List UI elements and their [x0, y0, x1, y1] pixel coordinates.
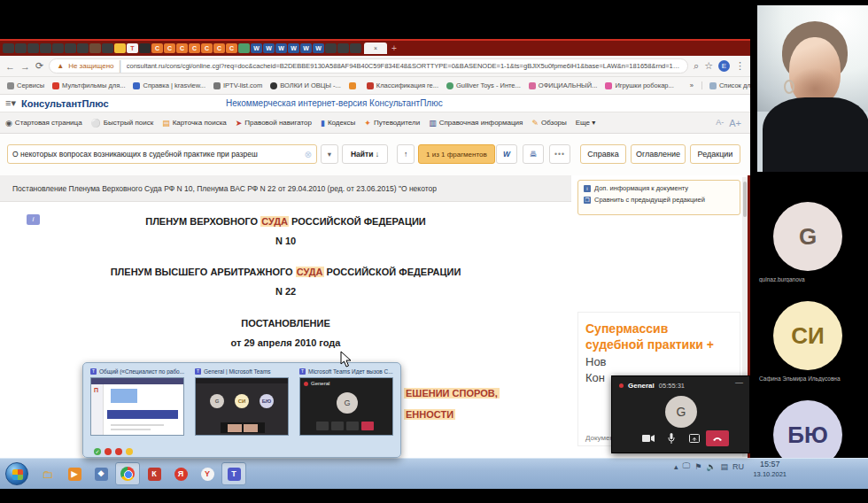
new-tab-button[interactable]: +	[391, 43, 397, 53]
bookmark-item[interactable]: IPTV-list.com	[213, 81, 262, 89]
bookmark-item[interactable]: ВОЛКИ И ОВЦЫ -...	[270, 81, 341, 89]
taskbar-photo-app[interactable]: ❖	[89, 462, 113, 485]
browser-tab-favicon[interactable]: C	[226, 43, 237, 53]
toolbar-guides[interactable]: ✦Путеводители	[364, 119, 420, 128]
camera-button[interactable]	[637, 430, 660, 446]
browser-tab-favicon[interactable]	[325, 43, 337, 53]
teams-window-preview-3[interactable]: TMicrosoft Teams Идет вызов C... General…	[299, 368, 397, 436]
minimize-call-icon[interactable]: —	[735, 378, 743, 387]
browser-tab-favicon[interactable]: T	[127, 43, 138, 53]
browser-tab-favicon[interactable]: C	[164, 43, 175, 53]
browser-tab-favicon[interactable]	[65, 43, 76, 53]
browser-tab-favicon[interactable]: W	[251, 43, 262, 53]
share-screen-button[interactable]	[683, 430, 706, 446]
browser-tab-favicon[interactable]: W	[300, 43, 312, 53]
export-word-button[interactable]: W	[496, 144, 517, 164]
browser-tab-favicon[interactable]	[52, 43, 64, 53]
bookmark-item[interactable]	[349, 82, 359, 89]
search-input[interactable]	[12, 150, 305, 159]
bookmark-item[interactable]: Мультфильмы для...	[52, 81, 125, 89]
search-box[interactable]: ⊗	[7, 144, 317, 164]
taskbar-red-app[interactable]: К	[142, 462, 167, 485]
bookmark-item[interactable]: Справка | krasview...	[133, 81, 205, 89]
clear-search-icon[interactable]: ⊗	[305, 150, 312, 159]
tray-flag-icon[interactable]: ⚑	[694, 462, 701, 471]
font-bigger-button[interactable]: А+	[729, 118, 741, 128]
profile-avatar[interactable]: Е	[718, 60, 730, 72]
more-actions-button[interactable]: •••	[549, 144, 570, 164]
taskbar-explorer[interactable]: 🗀	[35, 462, 60, 485]
browser-tab-favicon[interactable]	[139, 43, 151, 53]
tray-expand-icon[interactable]: ▴	[674, 462, 678, 471]
taskbar-chrome[interactable]	[115, 462, 140, 485]
bookmarks-overflow-chevron[interactable]: »	[690, 81, 694, 89]
contents-tab-button[interactable]: Оглавление	[631, 144, 686, 164]
editions-tab-button[interactable]: Редакции	[690, 144, 740, 164]
teams-mini-call-window[interactable]: General 05:55:31 — G	[611, 375, 750, 453]
browser-tab-favicon[interactable]: C	[189, 43, 200, 53]
browser-tab-favicon[interactable]	[40, 43, 51, 53]
browser-tab-favicon[interactable]	[350, 43, 361, 53]
browser-tab-favicon[interactable]	[15, 43, 27, 53]
tray-volume-icon[interactable]: 🔈	[706, 462, 716, 471]
browser-tab-favicon[interactable]: W	[313, 43, 324, 53]
taskbar-yandex[interactable]: Y	[195, 462, 220, 485]
address-bar[interactable]: ▲ Не защищено | consultant.ru/cons/cgi/o…	[49, 58, 688, 74]
toolbar-reviews[interactable]: ✎Обзоры	[531, 119, 566, 128]
toolbar-start-page[interactable]: ◉Стартовая страница	[5, 119, 82, 128]
taskbar-media-player[interactable]: ▶	[62, 462, 87, 485]
browser-tab-favicon[interactable]: C	[151, 43, 163, 53]
bookmark-item[interactable]: Классификация ге...	[367, 81, 438, 89]
preview-thumbnail-meeting[interactable]: G СИ БЮ	[195, 377, 289, 436]
language-indicator[interactable]: RU	[732, 462, 744, 471]
taskbar-teams[interactable]: T	[221, 462, 246, 485]
browser-tab-favicon[interactable]: C	[213, 43, 225, 53]
zoom-icon[interactable]: ⌕	[694, 60, 699, 72]
toolbar-search-card[interactable]: ▤Карточка поиска	[162, 119, 227, 128]
bookmark-services[interactable]: Сервисы	[7, 81, 44, 89]
search-dropdown-button[interactable]: ▾	[321, 144, 338, 164]
hamburger-menu-icon[interactable]: ≡▾	[5, 97, 16, 109]
participant-avatar[interactable]: СИ	[773, 301, 842, 370]
reload-icon[interactable]: ⟳	[35, 60, 43, 72]
browser-tab-favicon[interactable]: W	[263, 43, 275, 53]
browser-tab-favicon[interactable]	[3, 43, 14, 53]
browser-tab-favicon[interactable]: C	[176, 43, 188, 53]
bookmark-item[interactable]: Gulliver Toys - Инте...	[446, 81, 521, 89]
teams-window-preview-2[interactable]: TGeneral | Microsoft Teams G СИ БЮ	[195, 368, 292, 436]
font-smaller-button[interactable]: А-	[716, 118, 724, 128]
tray-app-icon[interactable]: ▤	[720, 462, 728, 471]
browser-menu-icon[interactable]: ⋮	[735, 60, 745, 72]
tab-close-icon[interactable]: ×	[374, 45, 377, 51]
webcam-video[interactable]	[757, 5, 868, 172]
browser-tab-favicon[interactable]	[102, 43, 113, 53]
browser-tab-favicon[interactable]	[77, 43, 89, 53]
bookmark-item[interactable]: Игрушки робокар...	[605, 81, 673, 89]
taskbar-yandex-browser[interactable]: Я	[168, 462, 193, 485]
tray-network-icon[interactable]: 🖵	[682, 461, 690, 471]
toolbar-reference-info[interactable]: ▥Справочная информация	[429, 119, 523, 128]
taskbar-clock[interactable]: 15:57 13.10.2021	[753, 460, 787, 478]
back-icon[interactable]: ←	[5, 61, 15, 72]
browser-tab-favicon[interactable]	[238, 43, 250, 53]
toolbar-quick-search[interactable]: ⚪Быстрый поиск	[91, 119, 154, 128]
toolbar-codes[interactable]: ▮Кодексы	[321, 119, 355, 128]
toolbar-more[interactable]: Еще ▾	[576, 119, 596, 127]
print-button[interactable]: 🖶	[523, 144, 544, 164]
hangup-button[interactable]	[706, 430, 729, 446]
browser-tab-favicon[interactable]: W	[288, 43, 299, 53]
browser-tab-favicon[interactable]: W	[275, 43, 287, 53]
browser-tab-favicon[interactable]	[89, 43, 101, 53]
compare-edition-link[interactable]: ❐Сравнить с предыдущей редакцией	[584, 196, 734, 204]
participant-avatar[interactable]: G	[773, 202, 842, 271]
bookmark-item[interactable]: ОФИЦИАЛЬНЫЙ...	[529, 81, 598, 89]
start-button[interactable]	[5, 462, 28, 485]
active-tab[interactable]: ×	[364, 43, 387, 54]
consultantplus-logo[interactable]: КонсультантПлюс	[21, 98, 109, 109]
scrollbar-thumb[interactable]	[743, 182, 747, 217]
browser-tab-favicon[interactable]: C	[201, 43, 213, 53]
preview-thumbnail-chat[interactable]: П	[90, 377, 184, 436]
help-tab-button[interactable]: Справка	[580, 144, 626, 164]
doc-extra-info-link[interactable]: iДоп. информация к документу	[584, 184, 734, 192]
browser-tab-favicon[interactable]	[27, 43, 39, 53]
